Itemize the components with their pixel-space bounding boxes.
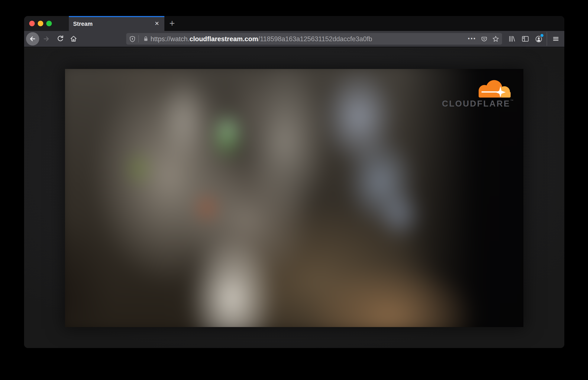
video-player[interactable]: CLOUDFLARE™ [65, 69, 523, 327]
sidebar-icon [522, 36, 529, 42]
brand-trademark: ™ [510, 99, 514, 102]
tab-bar: Stream ✕ + [24, 16, 564, 31]
home-icon [70, 35, 77, 43]
menu-icon [553, 36, 560, 42]
tab-stream[interactable]: Stream ✕ [69, 16, 164, 31]
cloudflare-cloud-icon [442, 80, 511, 97]
tracking-shield-icon[interactable] [129, 36, 136, 42]
reload-icon [56, 35, 64, 43]
screen: Stream ✕ + [0, 0, 588, 380]
window-zoom-button[interactable] [46, 21, 52, 26]
forward-button[interactable] [42, 35, 50, 43]
urlbar-divider [138, 35, 139, 42]
url-text: https://watch.cloudflarestream.com/11859… [151, 33, 372, 45]
bookmark-star-icon[interactable] [492, 36, 499, 43]
back-button[interactable] [26, 32, 39, 45]
sidebar-button[interactable] [522, 36, 529, 43]
reload-button[interactable] [56, 35, 64, 43]
account-notification-badge [540, 33, 544, 38]
page-actions-icon[interactable]: ••• [464, 33, 480, 45]
brand-name: CLOUDFLARE [442, 99, 510, 108]
window-minimize-button[interactable] [38, 21, 43, 26]
home-button[interactable] [70, 35, 77, 43]
lock-icon[interactable] [143, 36, 149, 42]
tab-title: Stream [73, 16, 93, 31]
url-bar[interactable]: https://watch.cloudflarestream.com/11859… [126, 33, 502, 45]
cloudflare-watermark: CLOUDFLARE™ [442, 80, 511, 109]
cloudflare-wordmark: CLOUDFLARE™ [442, 99, 511, 109]
toolbar-separator [547, 32, 547, 46]
tab-close-icon[interactable]: ✕ [153, 20, 161, 27]
browser-window: Stream ✕ + [24, 16, 564, 348]
window-close-button[interactable] [29, 21, 35, 26]
menu-button[interactable] [553, 36, 560, 43]
new-tab-button[interactable]: + [167, 19, 177, 28]
url-path: /118598a163a125631152ddaccfe3a0fb [258, 35, 372, 43]
url-domain: cloudflarestream.com [190, 35, 258, 43]
url-scheme: https://watch. [151, 35, 190, 43]
navigation-toolbar: https://watch.cloudflarestream.com/11859… [24, 31, 564, 47]
titlebar [24, 16, 69, 31]
pocket-icon[interactable] [481, 36, 488, 42]
forward-icon [42, 35, 50, 43]
library-button[interactable] [508, 36, 516, 43]
library-icon [508, 36, 516, 42]
